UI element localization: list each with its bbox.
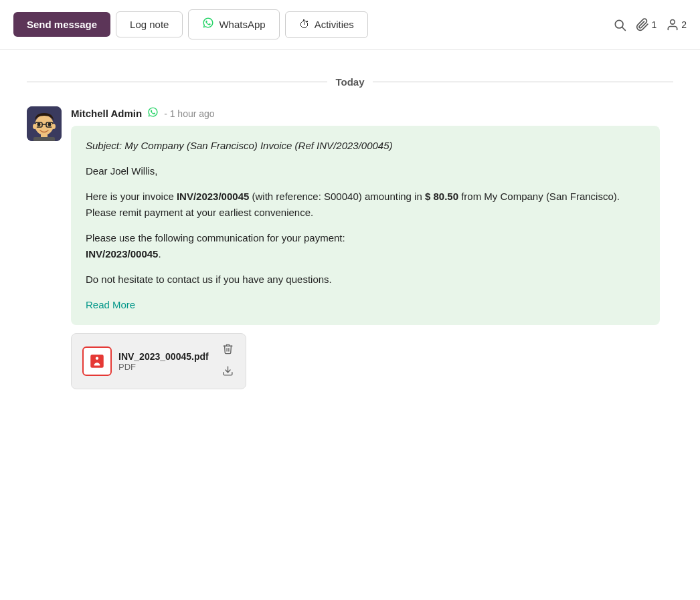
attachment-filename: INV_2023_00045.pdf	[118, 351, 209, 362]
activities-button[interactable]: ⏱ Activities	[285, 11, 368, 38]
pdf-icon	[82, 346, 112, 376]
message-row: Mitchell Admin - 1 hour ago Subject: My …	[27, 106, 673, 325]
read-more-link[interactable]: Read More	[86, 299, 135, 310]
attachment-info: INV_2023_00045.pdf PDF	[118, 351, 209, 372]
svg-point-11	[52, 124, 56, 129]
message-subject: Subject: My Company (San Francisco) Invo…	[86, 140, 393, 151]
followers-button[interactable]: 2	[666, 18, 687, 31]
message-greeting: Dear Joel Willis,	[86, 163, 645, 179]
attachment-actions	[221, 342, 235, 381]
svg-rect-13	[33, 137, 55, 141]
attachments-count: 1	[651, 19, 657, 30]
body-2-ref: INV/2023/00045	[86, 248, 158, 260]
chat-area: Today	[0, 49, 700, 403]
whatsapp-label: WhatsApp	[219, 19, 265, 30]
body-2-text: Please use the following communication f…	[86, 232, 345, 243]
toolbar-right: 1 2	[613, 18, 687, 31]
whatsapp-button[interactable]: WhatsApp	[188, 9, 279, 39]
attachment-row: INV_2023_00045.pdf PDF	[71, 333, 673, 389]
svg-point-10	[33, 124, 37, 129]
attachment-type: PDF	[118, 362, 209, 372]
message-whatsapp-icon	[147, 106, 159, 120]
attachment-card: INV_2023_00045.pdf PDF	[71, 333, 246, 389]
send-message-label: Send message	[27, 19, 97, 30]
followers-count: 2	[681, 19, 687, 30]
search-button[interactable]	[613, 18, 626, 31]
divider-line-left	[27, 82, 327, 82]
avatar	[27, 106, 62, 141]
body-1-mid: (with reference: S00040) amounting in	[249, 191, 425, 202]
date-label: Today	[335, 76, 364, 88]
log-note-label: Log note	[130, 19, 169, 30]
sender-name: Mitchell Admin	[71, 108, 142, 119]
attachments-button[interactable]: 1	[636, 18, 657, 31]
svg-point-2	[671, 19, 675, 24]
download-attachment-button[interactable]	[221, 364, 235, 381]
body-1-amount: $ 80.50	[425, 191, 458, 202]
body-1-ref: INV/2023/00045	[177, 191, 249, 202]
message-body-3: Do not hesitate to contact us if you hav…	[86, 272, 645, 288]
svg-line-1	[622, 27, 626, 30]
message-header: Mitchell Admin - 1 hour ago	[71, 106, 673, 120]
svg-point-8	[37, 123, 41, 126]
activities-label: Activities	[315, 19, 354, 30]
activities-icon: ⏱	[299, 19, 310, 31]
svg-point-9	[48, 123, 52, 126]
message-body-1: Here is your invoice INV/2023/00045 (wit…	[86, 189, 645, 221]
date-divider: Today	[27, 76, 673, 88]
delete-attachment-button[interactable]	[221, 342, 235, 359]
body-1-pre: Here is your invoice	[86, 191, 177, 202]
send-message-button[interactable]: Send message	[13, 12, 110, 37]
message-body-2: Please use the following communication f…	[86, 230, 645, 262]
divider-line-right	[373, 82, 673, 82]
toolbar: Send message Log note WhatsApp ⏱ Activit…	[0, 0, 700, 49]
message-content: Mitchell Admin - 1 hour ago Subject: My …	[71, 106, 673, 325]
log-note-button[interactable]: Log note	[116, 11, 183, 37]
message-bubble: Subject: My Company (San Francisco) Invo…	[71, 126, 660, 325]
message-timestamp: - 1 hour ago	[164, 108, 215, 119]
whatsapp-icon	[202, 17, 214, 32]
